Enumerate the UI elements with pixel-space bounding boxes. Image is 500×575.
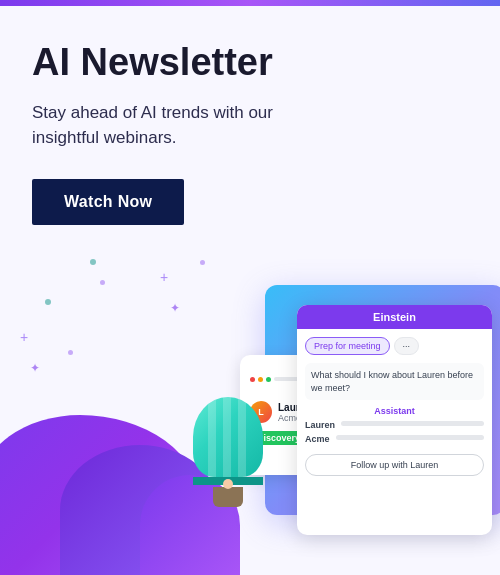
follow-up-button[interactable]: Follow up with Lauren — [305, 454, 484, 476]
star-decor-1: ✦ — [30, 361, 40, 375]
purple-cross-2: + — [160, 269, 168, 285]
answer-company-fill — [336, 435, 484, 440]
hot-air-balloon — [188, 397, 268, 517]
chip-row: Prep for meeting ··· — [305, 337, 484, 355]
star-decor-2: ✦ — [170, 301, 180, 315]
purple-cross-1: + — [20, 329, 28, 345]
teal-dot-1 — [45, 299, 51, 305]
dot-3 — [200, 260, 205, 265]
teal-dot-2 — [90, 259, 96, 265]
watch-now-button[interactable]: Watch Now — [32, 179, 184, 225]
dot-2 — [100, 280, 105, 285]
balloon-envelope — [193, 397, 263, 477]
answer-name: Lauren — [305, 420, 335, 430]
subtitle-text: Stay ahead of AI trends with our insight… — [32, 100, 312, 151]
assistant-label: Assistant — [305, 406, 484, 416]
person-in-basket — [223, 479, 233, 489]
balloon-basket — [213, 487, 243, 507]
question-box: What should I know about Lauren before w… — [305, 363, 484, 400]
chip-more[interactable]: ··· — [394, 337, 420, 355]
answer-line-company: Acme — [305, 434, 484, 444]
main-container: AI Newsletter Stay ahead of AI trends wi… — [0, 6, 500, 575]
question-text: What should I know about Lauren before w… — [311, 369, 478, 394]
answer-line-name: Lauren — [305, 420, 484, 430]
einstein-card: Einstein Prep for meeting ··· What shoul… — [297, 305, 492, 535]
answer-company: Acme — [305, 434, 330, 444]
dot-1 — [68, 350, 73, 355]
chip-prep[interactable]: Prep for meeting — [305, 337, 390, 355]
answer-name-fill — [341, 421, 484, 426]
einstein-header: Einstein — [297, 305, 492, 329]
page-title: AI Newsletter — [32, 42, 468, 84]
einstein-body: Prep for meeting ··· What should I know … — [297, 329, 492, 484]
